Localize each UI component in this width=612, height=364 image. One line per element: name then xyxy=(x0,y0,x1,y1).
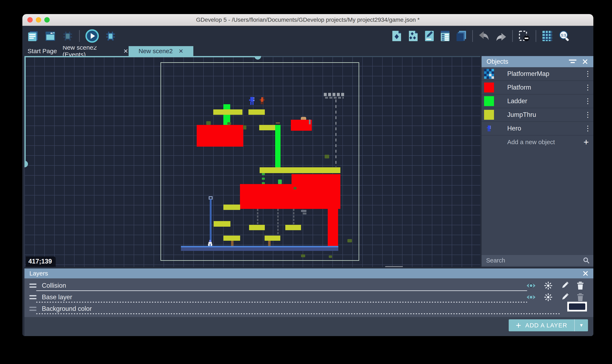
object-search-bar xyxy=(482,255,593,266)
layers-panel-icon[interactable] xyxy=(456,30,467,42)
jumpthru-instance[interactable] xyxy=(259,125,275,130)
hero-instance[interactable] xyxy=(249,97,255,105)
drag-handle-icon[interactable] xyxy=(29,295,36,299)
tilemap-plant xyxy=(227,122,231,125)
jumpthru-instance[interactable] xyxy=(285,225,301,230)
layers-panel-title: Layers xyxy=(29,270,583,277)
panel-resize-handle-left[interactable] xyxy=(25,161,28,167)
object-row-jumpthru[interactable]: JumpThru ⋮ xyxy=(482,108,593,122)
canvas-top-border xyxy=(258,56,480,57)
plus-icon: + xyxy=(516,321,521,330)
enemy-instance[interactable] xyxy=(259,97,265,104)
object-menu-icon[interactable]: ⋮ xyxy=(584,99,589,103)
add-layer-button[interactable]: + ADD A LAYER ▼ xyxy=(509,319,588,331)
grid-icon[interactable] xyxy=(542,30,553,42)
object-row-platformermap[interactable]: PlatformerMap ⋮ xyxy=(482,67,593,81)
project-manager-icon[interactable] xyxy=(27,30,39,42)
layer-row-collision[interactable]: Collision xyxy=(25,280,593,291)
platform-instance[interactable] xyxy=(291,174,340,184)
add-object-icon[interactable] xyxy=(391,30,402,42)
objects-group-icon[interactable] xyxy=(408,30,419,42)
tilemap-gray-bridge xyxy=(324,93,345,96)
tilemap-chain xyxy=(293,209,294,224)
close-tab-icon[interactable]: ✕ xyxy=(178,48,183,55)
tab-start-page[interactable]: Start Page xyxy=(22,46,63,56)
window-title: GDevelop 5 - /Users/florian/Documents/GD… xyxy=(196,16,420,23)
platform-instance[interactable] xyxy=(291,120,312,131)
object-name: Hero xyxy=(507,125,584,132)
debug-icon[interactable] xyxy=(62,30,74,42)
close-panel-icon[interactable] xyxy=(583,271,588,276)
object-menu-icon[interactable]: ⋮ xyxy=(584,72,589,76)
jumpthru-instance[interactable] xyxy=(249,225,265,230)
platform-instance[interactable] xyxy=(240,184,340,209)
ground-platform-instance[interactable] xyxy=(181,246,338,251)
zoom-1-1-icon[interactable]: 1:1 xyxy=(558,30,570,42)
tilemap-plant xyxy=(294,187,297,189)
layer-row-background-color[interactable]: Background color xyxy=(25,303,593,314)
filter-icon[interactable] xyxy=(569,59,577,65)
tilemap-post xyxy=(268,241,271,246)
object-name: PlatformerMap xyxy=(507,70,584,78)
editor-tabs: Start Page New scene2 (Events) ✕ New sce… xyxy=(22,46,593,56)
jumpthru-instance[interactable] xyxy=(265,235,280,241)
remove-mask-icon[interactable] xyxy=(518,30,530,42)
panel-resize-handle-top[interactable] xyxy=(255,56,261,60)
object-menu-icon[interactable]: ⋮ xyxy=(584,113,589,117)
close-panel-icon[interactable] xyxy=(582,59,588,65)
instances-list-icon[interactable] xyxy=(440,30,450,42)
tilemap-plant xyxy=(278,180,282,184)
tab-new-scene2-events[interactable]: New scene2 (Events) ✕ xyxy=(63,46,129,56)
object-row-platform[interactable]: Platform ⋮ xyxy=(482,81,593,94)
object-row-ladder[interactable]: Ladder ⋮ xyxy=(482,94,593,108)
jumpthru-instance[interactable] xyxy=(223,205,240,210)
jumpthru-instance[interactable] xyxy=(260,167,340,173)
toolbar-divider xyxy=(79,30,80,42)
object-name: Platform xyxy=(507,84,584,91)
tab-new-scene2[interactable]: New scene2 ✕ xyxy=(129,46,194,56)
tilemap-plant xyxy=(329,255,332,258)
add-layer-dropdown[interactable]: ▼ xyxy=(575,319,588,331)
ladder-instance[interactable] xyxy=(275,125,281,170)
close-window-button[interactable] xyxy=(27,17,33,23)
redo-icon[interactable] xyxy=(495,30,507,42)
close-tab-icon[interactable]: ✕ xyxy=(123,48,128,55)
object-menu-icon[interactable]: ⋮ xyxy=(584,85,589,90)
zoom-window-button[interactable] xyxy=(44,17,50,23)
jumpthru-instance[interactable] xyxy=(248,109,265,115)
layer-effects-icon[interactable] xyxy=(544,293,552,301)
minimize-window-button[interactable] xyxy=(36,17,41,23)
add-new-object-button[interactable]: Add a new object + xyxy=(482,135,593,149)
tilemap-cross xyxy=(276,122,280,123)
search-icon xyxy=(583,257,590,264)
visibility-eye-icon[interactable] xyxy=(526,282,536,289)
layers-list: Collision Base layer xyxy=(25,278,593,317)
object-row-hero[interactable]: Hero ⋮ xyxy=(482,122,593,135)
edit-properties-icon[interactable] xyxy=(424,30,435,42)
delete-layer-icon[interactable] xyxy=(577,282,584,289)
background-color-swatch[interactable] xyxy=(567,302,587,312)
layer-effects-icon[interactable] xyxy=(544,282,552,290)
layer-row-base-layer[interactable]: Base layer xyxy=(25,291,593,303)
jumpthru-instance[interactable] xyxy=(213,109,243,115)
tab-label: New scene2 xyxy=(138,48,173,55)
visibility-eye-icon[interactable] xyxy=(526,294,536,300)
title-bar[interactable]: GDevelop 5 - /Users/florian/Documents/GD… xyxy=(22,14,593,26)
jumpthru-instance[interactable] xyxy=(223,235,240,241)
jumpthru-instance[interactable] xyxy=(214,221,231,227)
edit-layer-icon[interactable] xyxy=(561,293,569,301)
scene-canvas[interactable]: 417;139 xyxy=(25,56,480,267)
debug-preview-icon[interactable] xyxy=(105,30,117,42)
layer-underline xyxy=(36,302,527,303)
panel-divider[interactable] xyxy=(22,267,593,268)
drag-handle-icon[interactable] xyxy=(29,284,36,288)
platform-instance[interactable] xyxy=(197,125,243,147)
edit-layer-icon[interactable] xyxy=(561,282,569,289)
tilemap-gray-mark xyxy=(309,119,311,124)
scene-window-icon[interactable] xyxy=(44,30,56,42)
undo-icon[interactable] xyxy=(478,30,490,42)
object-menu-icon[interactable]: ⋮ xyxy=(584,126,589,130)
play-button[interactable] xyxy=(85,29,99,43)
search-input[interactable] xyxy=(486,257,583,264)
platform-instance[interactable] xyxy=(328,209,338,246)
